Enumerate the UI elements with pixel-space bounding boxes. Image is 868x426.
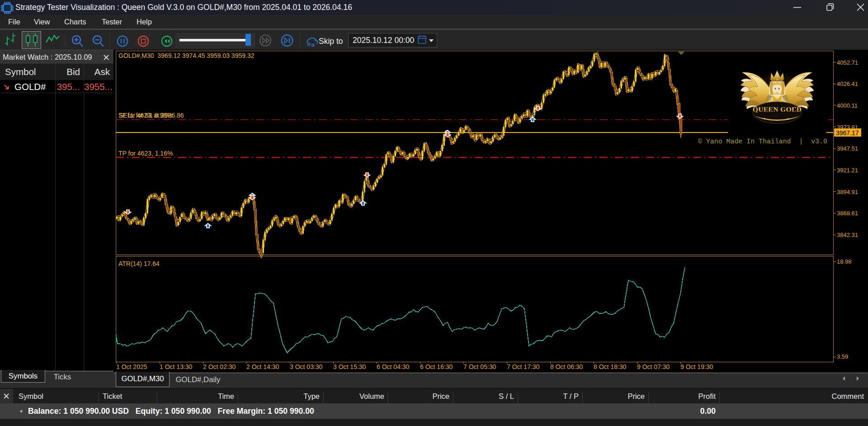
svg-text:4026.41: 4026.41 [837,80,858,87]
svg-text:3967.17: 3967.17 [836,129,859,137]
svg-text:© Yano Made In Thailand | v3: © Yano Made In Thailand | v3.0 [698,138,827,145]
svg-text:6 Oct 16:30: 6 Oct 16:30 [420,363,453,370]
svg-text:SELL for 53 at 3986.86: SELL for 53 at 3986.86 [119,112,184,119]
svg-text:ATR(14) 17.64: ATR(14) 17.64 [118,260,160,267]
svg-text:3947.51: 3947.51 [837,145,858,152]
svg-text:2 Oct 14:30: 2 Oct 14:30 [246,363,279,370]
svg-text:TP for 4623, 1.16%: TP for 4623, 1.16% [118,150,173,157]
svg-text:1 Oct 13:30: 1 Oct 13:30 [160,363,193,370]
svg-text:GOLD#,M30 3969.12 3974.45 395: GOLD#,M30 3969.12 3974.45 3959.03 3959.3… [118,52,255,59]
svg-text:2025.10.12 00:00: 2025.10.12 00:00 [353,36,415,45]
svg-text:3894.91: 3894.91 [837,189,858,195]
svg-text:4000.11: 4000.11 [837,102,858,109]
svg-text:3 Oct 03:30: 3 Oct 03:30 [290,363,323,370]
svg-text:18.98: 18.98 [837,258,852,265]
svg-text:2 Oct 02:30: 2 Oct 02:30 [203,363,236,370]
svg-text:8 Oct 06:30: 8 Oct 06:30 [550,363,583,370]
svg-text:QUEEN GOLD: QUEEN GOLD [753,105,802,113]
svg-text:9 Oct 07:30: 9 Oct 07:30 [637,363,670,370]
svg-text:8 Oct 18:30: 8 Oct 18:30 [594,363,627,370]
svg-text:9 Oct 19:30: 9 Oct 19:30 [680,363,713,370]
svg-text:1 Oct 2025: 1 Oct 2025 [116,363,147,370]
svg-text:3842.31: 3842.31 [837,232,858,238]
svg-text:3.59: 3.59 [837,353,848,360]
svg-text:3921.21: 3921.21 [837,167,858,174]
svg-text:Skip to: Skip to [319,37,343,46]
svg-text:6 Oct 04:30: 6 Oct 04:30 [377,363,410,370]
svg-text:3868.61: 3868.61 [837,210,858,217]
svg-text:4052.71: 4052.71 [837,59,858,66]
svg-text:7 Oct 17:30: 7 Oct 17:30 [507,363,540,370]
svg-text:3 Oct 15:30: 3 Oct 15:30 [333,363,366,370]
svg-text:7 Oct 05:30: 7 Oct 05:30 [463,363,496,370]
